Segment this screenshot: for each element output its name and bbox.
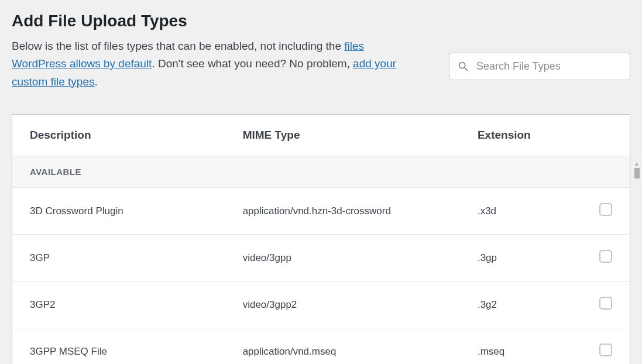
search-input[interactable] [449,53,630,80]
scrollbar[interactable]: ▲ [634,161,640,181]
file-types-table: Description MIME Type Extension AVAILABL… [12,114,630,364]
row-checkbox[interactable] [599,250,612,263]
cell-mime: video/3gpp [235,235,469,281]
desc-text-end: . [95,75,98,88]
header-mime: MIME Type [235,115,469,156]
page-title: Add File Upload Types [12,12,421,30]
table-row: 3GP2 video/3gpp2 .3g2 [12,281,630,328]
header-extension: Extension [469,115,581,156]
table-row: 3GPP MSEQ File application/vnd.mseq .mse… [12,328,630,364]
scroll-up-icon: ▲ [634,161,640,167]
cell-extension: .3gp [469,235,581,281]
cell-mime: application/vnd.hzn-3d-crossword [235,188,469,235]
table-row: 3GP video/3gpp .3gp [12,235,630,281]
row-checkbox[interactable] [599,344,612,356]
desc-text-before: Below is the list of files types that ca… [12,40,344,52]
cell-description: 3D Crossword Plugin [12,188,235,235]
row-checkbox[interactable] [599,203,612,216]
header-checkbox [581,115,630,156]
header-description: Description [12,115,235,156]
scroll-thumb[interactable] [634,168,640,178]
cell-extension: .3g2 [469,281,581,328]
cell-description: 3GPP MSEQ File [12,328,235,364]
page-description: Below is the list of files types that ca… [12,37,421,91]
row-checkbox[interactable] [599,297,612,310]
search-icon [457,60,470,73]
table-row: 3D Crossword Plugin application/vnd.hzn-… [12,188,630,235]
cell-mime: application/vnd.mseq [235,328,469,364]
desc-text-mid: . Don't see what you need? No problem, [152,57,353,70]
cell-extension: .mseq [469,328,581,364]
section-available: AVAILABLE [12,156,630,188]
cell-mime: video/3gpp2 [235,281,469,328]
cell-description: 3GP2 [12,281,235,328]
cell-extension: .x3d [469,188,581,235]
cell-description: 3GP [12,235,235,281]
